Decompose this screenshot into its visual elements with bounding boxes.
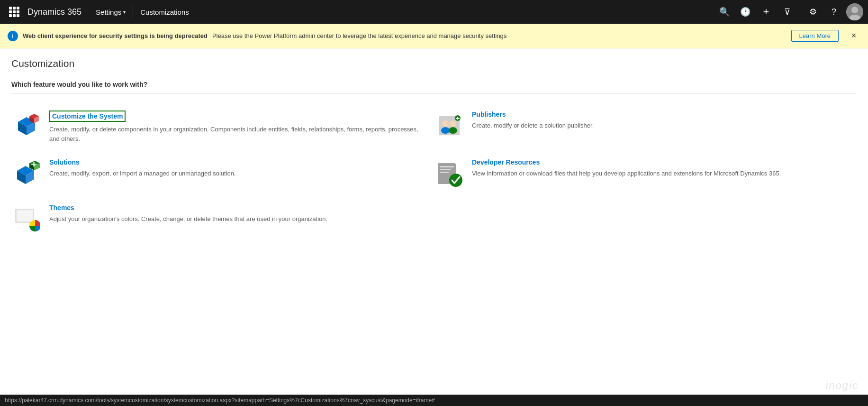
- gear-icon: ⚙: [809, 7, 817, 17]
- deprecation-banner: i Web client experience for security set…: [0, 24, 868, 48]
- waffle-menu[interactable]: [5, 2, 24, 21]
- publishers-icon: [436, 112, 462, 139]
- customizations-nav[interactable]: Customizations: [136, 0, 194, 24]
- themes-item[interactable]: Themes Adjust your organization's colors…: [11, 196, 434, 242]
- watermark: inogic: [826, 379, 859, 392]
- customize-system-item[interactable]: Customize the System Create, modify, or …: [11, 103, 434, 151]
- avatar-icon: [846, 3, 863, 20]
- info-icon: i: [8, 31, 18, 41]
- gear-button[interactable]: ⚙: [803, 0, 823, 24]
- nav-separator: [133, 5, 133, 19]
- developer-resources-desc: View information or download files that …: [472, 169, 847, 178]
- svg-point-13: [449, 127, 457, 134]
- solutions-desc: Create, modify, export, or import a mana…: [49, 169, 425, 178]
- banner-title: Web client experience for security setti…: [23, 32, 208, 39]
- settings-chevron-icon: ▾: [123, 9, 126, 15]
- settings-nav-label: Settings: [96, 8, 121, 16]
- solutions-icon-box: [11, 158, 42, 189]
- search-icon: 🔍: [719, 7, 730, 17]
- app-name: Dynamics 365: [27, 7, 81, 17]
- search-button[interactable]: 🔍: [714, 0, 735, 24]
- settings-nav[interactable]: Settings ▾: [91, 0, 130, 24]
- svg-rect-26: [440, 166, 454, 167]
- banner-description: Please use the Power Platform admin cent…: [212, 32, 787, 39]
- waffle-icon: [9, 7, 19, 17]
- customize-system-desc: Create, modify, or delete components in …: [49, 125, 425, 143]
- page-title: Customization: [11, 58, 857, 69]
- publishers-icon-box: [434, 111, 464, 141]
- filter-icon: ⊽: [784, 7, 790, 17]
- developer-resources-title[interactable]: Developer Resources: [472, 158, 847, 166]
- customize-system-icon-box: [11, 111, 42, 141]
- svg-rect-16: [456, 118, 460, 119]
- svg-rect-27: [440, 169, 451, 170]
- publishers-desc: Create, modify or delete a solution publ…: [472, 121, 847, 130]
- solutions-icon: [13, 160, 40, 187]
- customize-system-title[interactable]: Customize the System: [49, 111, 126, 122]
- publishers-text: Publishers Create, modify or delete a so…: [472, 111, 847, 130]
- themes-desc: Adjust your organization's colors. Creat…: [49, 214, 425, 224]
- svg-point-10: [442, 120, 449, 127]
- help-icon: ?: [832, 7, 836, 17]
- publishers-item[interactable]: Publishers Create, modify or delete a so…: [434, 103, 857, 151]
- status-bar: https://palekar47.crm.dynamics.com/tools…: [0, 395, 868, 406]
- svg-rect-31: [17, 210, 33, 221]
- themes-title[interactable]: Themes: [49, 204, 425, 212]
- icon-separator: [800, 5, 800, 19]
- help-button[interactable]: ?: [823, 0, 844, 24]
- themes-icon: [13, 206, 40, 232]
- themes-text: Themes Adjust your organization's colors…: [49, 204, 425, 224]
- learn-more-button[interactable]: Learn More: [791, 30, 839, 42]
- svg-point-1: [851, 7, 858, 13]
- publishers-title[interactable]: Publishers: [472, 111, 847, 118]
- customize-system-text: Customize the System Create, modify, or …: [49, 111, 425, 143]
- filter-button[interactable]: ⊽: [777, 0, 797, 24]
- avatar[interactable]: [846, 3, 863, 20]
- status-url: https://palekar47.crm.dynamics.com/tools…: [5, 397, 435, 404]
- developer-resources-text: Developer Resources View information or …: [472, 158, 847, 178]
- svg-point-11: [441, 127, 450, 134]
- solutions-text: Solutions Create, modify, export, or imp…: [49, 158, 425, 178]
- developer-resources-icon-box: [434, 158, 464, 189]
- history-icon: 🕐: [740, 7, 750, 17]
- svg-point-12: [450, 120, 456, 127]
- customizations-nav-label: Customizations: [140, 8, 189, 16]
- svg-rect-24: [31, 164, 36, 165]
- developer-resources-item[interactable]: Developer Resources View information or …: [434, 151, 857, 196]
- history-button[interactable]: 🕐: [735, 0, 756, 24]
- main-header: Dynamics 365 Settings ▾ Customizations 🔍…: [0, 0, 868, 24]
- developer-resources-icon: [436, 160, 462, 187]
- add-icon: +: [763, 6, 769, 18]
- themes-icon-box: [11, 204, 42, 234]
- features-grid: Customize the System Create, modify, or …: [11, 103, 857, 242]
- section-question: Which feature would you like to work wit…: [11, 81, 857, 93]
- svg-point-29: [449, 174, 462, 187]
- solutions-title[interactable]: Solutions: [49, 158, 425, 166]
- solutions-item[interactable]: Solutions Create, modify, export, or imp…: [11, 151, 434, 196]
- add-button[interactable]: +: [756, 0, 777, 24]
- banner-close-button[interactable]: ×: [847, 29, 860, 43]
- main-content: Customization Which feature would you li…: [0, 48, 868, 251]
- svg-rect-28: [440, 172, 449, 173]
- customize-system-icon: [13, 112, 40, 139]
